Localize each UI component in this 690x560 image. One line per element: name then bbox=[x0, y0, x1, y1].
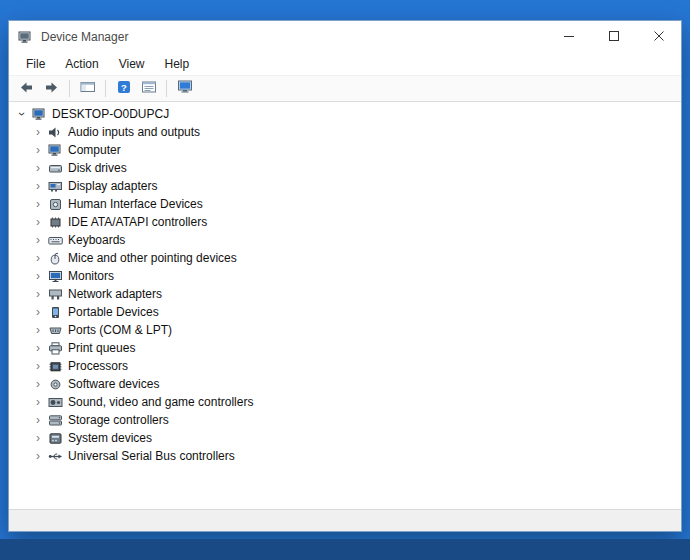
collapse-chevron-icon[interactable]: › bbox=[15, 107, 29, 121]
tree-item-computer[interactable]: › Computer bbox=[9, 141, 681, 159]
tree-item-sound-video-and-game-controllers[interactable]: › Sound, video and game controllers bbox=[9, 393, 681, 411]
help-button[interactable]: ? bbox=[111, 77, 136, 100]
maximize-icon bbox=[609, 30, 619, 44]
menubar: File Action View Help bbox=[9, 53, 681, 75]
tree-item-universal-serial-bus-controllers[interactable]: › Universal Serial Bus controllers bbox=[9, 447, 681, 465]
tree-item-portable-devices[interactable]: › Portable Devices bbox=[9, 303, 681, 321]
minimize-button[interactable] bbox=[546, 21, 591, 53]
close-button[interactable] bbox=[636, 21, 681, 53]
tree-root-label: DESKTOP-O0DUPCJ bbox=[52, 107, 169, 121]
statusbar bbox=[9, 509, 681, 531]
back-arrow-icon bbox=[19, 81, 34, 97]
properties-button[interactable] bbox=[136, 77, 161, 100]
toolbar-separator bbox=[69, 80, 70, 97]
window-title: Device Manager bbox=[41, 30, 128, 44]
device-manager-window: Device Manager File Action View Help bbox=[8, 20, 682, 532]
expand-chevron-icon[interactable]: › bbox=[31, 197, 45, 211]
mouse-icon bbox=[48, 252, 63, 265]
expand-chevron-icon[interactable]: › bbox=[31, 161, 45, 175]
close-icon bbox=[654, 30, 664, 44]
expand-chevron-icon[interactable]: › bbox=[31, 143, 45, 157]
expand-chevron-icon[interactable]: › bbox=[31, 413, 45, 427]
tree-item-ports-com-lpt[interactable]: › Ports (COM & LPT) bbox=[9, 321, 681, 339]
ide-controller-icon bbox=[48, 216, 63, 229]
monitor-icon bbox=[48, 270, 63, 283]
tree-item-monitors[interactable]: › Monitors bbox=[9, 267, 681, 285]
menu-action[interactable]: Action bbox=[55, 55, 108, 74]
window-controls bbox=[546, 21, 681, 53]
usb-controller-icon bbox=[48, 450, 63, 463]
expand-chevron-icon[interactable]: › bbox=[31, 251, 45, 265]
tree-item-network-adapters[interactable]: › Network adapters bbox=[9, 285, 681, 303]
expand-chevron-icon[interactable]: › bbox=[31, 449, 45, 463]
expand-chevron-icon[interactable]: › bbox=[31, 179, 45, 193]
audio-endpoint-icon bbox=[48, 126, 63, 139]
software-device-icon bbox=[48, 378, 63, 391]
sound-controller-icon bbox=[48, 396, 63, 409]
tree-item-display-adapters[interactable]: › Display adapters bbox=[9, 177, 681, 195]
device-tree-items: › Audio inputs and outputs › Computer › … bbox=[9, 123, 681, 465]
device-tree: › DESKTOP-O0DUPCJ › Audio inputs and out… bbox=[9, 102, 681, 509]
properties-icon bbox=[141, 80, 157, 97]
processor-icon bbox=[48, 360, 63, 373]
menu-view[interactable]: View bbox=[109, 55, 155, 74]
tree-item-audio-inputs-and-outputs[interactable]: › Audio inputs and outputs bbox=[9, 123, 681, 141]
expand-chevron-icon[interactable]: › bbox=[31, 215, 45, 229]
tree-item-print-queues[interactable]: › Print queues bbox=[9, 339, 681, 357]
tree-item-ide-ata-atapi-controllers[interactable]: › IDE ATA/ATAPI controllers bbox=[9, 213, 681, 231]
system-device-icon bbox=[48, 432, 63, 445]
tree-item-keyboards[interactable]: › Keyboards bbox=[9, 231, 681, 249]
computer-icon bbox=[48, 144, 63, 157]
tree-item-system-devices[interactable]: › System devices bbox=[9, 429, 681, 447]
hid-icon bbox=[48, 198, 63, 211]
help-icon: ? bbox=[117, 80, 131, 97]
taskbar[interactable] bbox=[0, 539, 690, 560]
expand-chevron-icon[interactable]: › bbox=[31, 341, 45, 355]
expand-chevron-icon[interactable]: › bbox=[31, 125, 45, 139]
ports-icon bbox=[48, 324, 63, 337]
storage-controller-icon bbox=[48, 414, 63, 427]
expand-chevron-icon[interactable]: › bbox=[31, 395, 45, 409]
disk-drive-icon bbox=[48, 162, 63, 175]
tree-item-disk-drives[interactable]: › Disk drives bbox=[9, 159, 681, 177]
menu-file[interactable]: File bbox=[16, 55, 55, 74]
expand-chevron-icon[interactable]: › bbox=[31, 305, 45, 319]
menu-help[interactable]: Help bbox=[155, 55, 200, 74]
display-adapter-icon bbox=[48, 180, 63, 193]
expand-chevron-icon[interactable]: › bbox=[31, 323, 45, 337]
toolbar-separator bbox=[105, 80, 106, 97]
print-queue-icon bbox=[48, 342, 63, 355]
maximize-button[interactable] bbox=[591, 21, 636, 53]
expand-chevron-icon[interactable]: › bbox=[31, 233, 45, 247]
tree-item-storage-controllers[interactable]: › Storage controllers bbox=[9, 411, 681, 429]
scan-hardware-button[interactable] bbox=[172, 77, 197, 100]
scan-hardware-icon bbox=[177, 80, 193, 97]
minimize-icon bbox=[564, 30, 574, 44]
forward-arrow-icon bbox=[44, 81, 59, 97]
device-manager-app-icon bbox=[18, 29, 34, 45]
tree-item-mice-and-other-pointing-devices[interactable]: › Mice and other pointing devices bbox=[9, 249, 681, 267]
desktop: Device Manager File Action View Help bbox=[0, 0, 690, 560]
forward-button[interactable] bbox=[39, 77, 64, 100]
toolbar: ? bbox=[9, 75, 681, 102]
computer-icon bbox=[32, 108, 47, 121]
expand-chevron-icon[interactable]: › bbox=[31, 431, 45, 445]
expand-chevron-icon[interactable]: › bbox=[31, 359, 45, 373]
toolbar-separator bbox=[166, 80, 167, 97]
expand-chevron-icon[interactable]: › bbox=[31, 269, 45, 283]
svg-text:?: ? bbox=[121, 82, 127, 93]
show-console-tree-icon bbox=[80, 80, 96, 97]
show-console-tree-button[interactable] bbox=[75, 77, 100, 100]
expand-chevron-icon[interactable]: › bbox=[31, 377, 45, 391]
tree-item-processors[interactable]: › Processors bbox=[9, 357, 681, 375]
network-adapter-icon bbox=[48, 288, 63, 301]
tree-item-human-interface-devices[interactable]: › Human Interface Devices bbox=[9, 195, 681, 213]
expand-chevron-icon[interactable]: › bbox=[31, 287, 45, 301]
tree-root-item[interactable]: › DESKTOP-O0DUPCJ bbox=[9, 105, 681, 123]
tree-item-software-devices[interactable]: › Software devices bbox=[9, 375, 681, 393]
titlebar[interactable]: Device Manager bbox=[9, 21, 681, 53]
back-button[interactable] bbox=[14, 77, 39, 100]
keyboard-icon bbox=[48, 234, 63, 247]
portable-device-icon bbox=[48, 306, 63, 319]
